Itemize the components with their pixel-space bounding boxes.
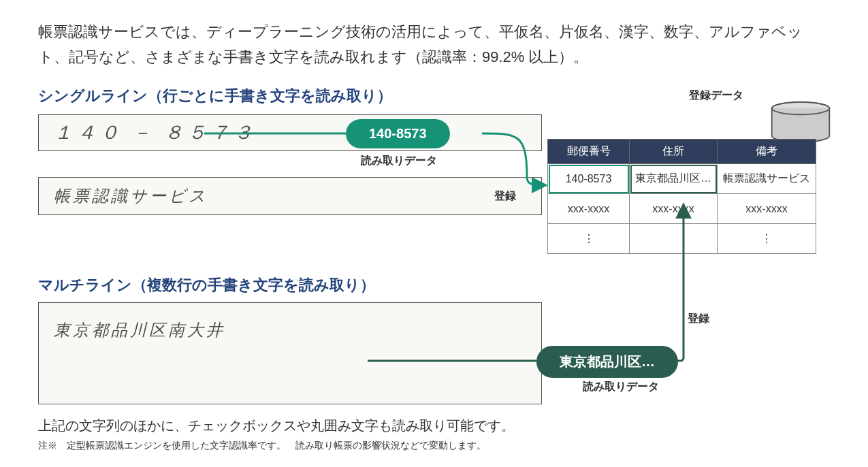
table-row: 140-8573 東京都品川区… 帳票認識サービス bbox=[548, 164, 816, 194]
td-postal: xxx-xxxx bbox=[548, 194, 630, 224]
register-label-1: 登録 bbox=[494, 189, 516, 204]
th-remarks: 備考 bbox=[718, 140, 816, 164]
handwritten-address: 東京都品川区南大井 bbox=[54, 319, 225, 341]
handwritten-postal: １４０ － ８５７３ bbox=[54, 120, 257, 146]
table-row: xxx-xxxx xxx-xxxx xxx-xxxx bbox=[548, 194, 816, 224]
td-address: 東京都品川区… bbox=[630, 164, 718, 194]
reading-pill-postal: 140-8573 bbox=[346, 119, 450, 148]
handwriting-input-service: 帳票認識サービス bbox=[38, 177, 542, 215]
handwriting-input-address: 東京都品川区南大井 bbox=[38, 302, 542, 404]
section-title-multi: マルチライン（複数行の手書き文字を読み取り） bbox=[38, 275, 375, 295]
bottom-paragraph: 上記の文字列のほかに、チェックボックスや丸囲み文字も読み取り可能です。 bbox=[38, 417, 515, 435]
td-remarks: 帳票認識サービス bbox=[718, 164, 816, 194]
td-postal: ⋮ bbox=[548, 224, 630, 254]
register-label-2: 登録 bbox=[688, 312, 709, 326]
cylinder-label: 登録データ bbox=[689, 88, 743, 103]
td-remarks: ⋮ bbox=[718, 224, 816, 254]
footnote: 注※ 定型帳票認識エンジンを使用した文字認識率です。 読み取り帳票の影響状況など… bbox=[38, 440, 486, 452]
reading-label-address: 読み取りデータ bbox=[583, 380, 659, 394]
handwritten-service: 帳票認識サービス bbox=[54, 185, 208, 207]
table-header-row: 郵便番号 住所 備考 bbox=[548, 140, 816, 164]
th-address: 住所 bbox=[630, 140, 718, 164]
td-address bbox=[630, 224, 718, 254]
database-icon bbox=[769, 101, 832, 144]
td-address: xxx-xxxx bbox=[630, 194, 718, 224]
th-postal: 郵便番号 bbox=[548, 140, 630, 164]
reading-pill-address: 東京都品川区… bbox=[536, 346, 678, 378]
td-remarks: xxx-xxxx bbox=[718, 194, 816, 224]
td-postal: 140-8573 bbox=[548, 164, 630, 194]
intro-text: 帳票認識サービスでは、ディープラーニング技術の活用によって、平仮名、片仮名、漢字… bbox=[38, 19, 828, 70]
table-row: ⋮ ⋮ bbox=[548, 224, 816, 254]
section-title-single: シングルライン（行ごとに手書き文字を読み取り） bbox=[38, 86, 392, 106]
handwriting-input-postal: １４０ － ８５７３ bbox=[38, 114, 542, 151]
registration-table: 郵便番号 住所 備考 140-8573 東京都品川区… 帳票認識サービス xxx… bbox=[547, 139, 816, 254]
reading-label-postal: 読み取りデータ bbox=[361, 154, 437, 168]
